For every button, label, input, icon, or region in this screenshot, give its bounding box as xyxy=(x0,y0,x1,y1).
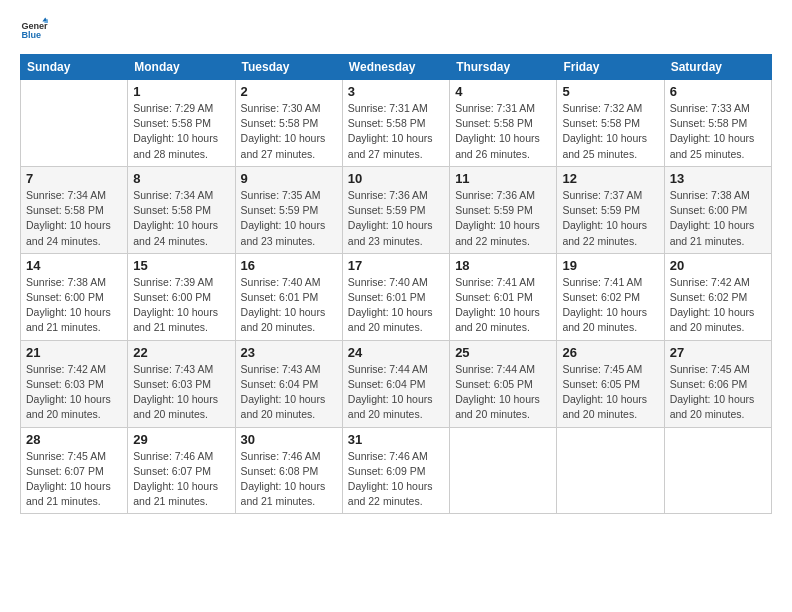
day-info: Sunrise: 7:35 AMSunset: 5:59 PMDaylight:… xyxy=(241,188,337,249)
day-info: Sunrise: 7:44 AMSunset: 6:05 PMDaylight:… xyxy=(455,362,551,423)
day-cell: 11Sunrise: 7:36 AMSunset: 5:59 PMDayligh… xyxy=(450,166,557,253)
day-number: 28 xyxy=(26,432,122,447)
day-cell: 9Sunrise: 7:35 AMSunset: 5:59 PMDaylight… xyxy=(235,166,342,253)
day-cell xyxy=(450,427,557,514)
day-cell xyxy=(557,427,664,514)
day-info: Sunrise: 7:34 AMSunset: 5:58 PMDaylight:… xyxy=(133,188,229,249)
day-info: Sunrise: 7:36 AMSunset: 5:59 PMDaylight:… xyxy=(348,188,444,249)
day-info: Sunrise: 7:46 AMSunset: 6:08 PMDaylight:… xyxy=(241,449,337,510)
day-cell: 19Sunrise: 7:41 AMSunset: 6:02 PMDayligh… xyxy=(557,253,664,340)
day-number: 27 xyxy=(670,345,766,360)
day-info: Sunrise: 7:30 AMSunset: 5:58 PMDaylight:… xyxy=(241,101,337,162)
day-info: Sunrise: 7:43 AMSunset: 6:04 PMDaylight:… xyxy=(241,362,337,423)
day-cell: 24Sunrise: 7:44 AMSunset: 6:04 PMDayligh… xyxy=(342,340,449,427)
day-cell xyxy=(664,427,771,514)
day-cell: 17Sunrise: 7:40 AMSunset: 6:01 PMDayligh… xyxy=(342,253,449,340)
week-row-2: 14Sunrise: 7:38 AMSunset: 6:00 PMDayligh… xyxy=(21,253,772,340)
day-cell: 14Sunrise: 7:38 AMSunset: 6:00 PMDayligh… xyxy=(21,253,128,340)
day-number: 7 xyxy=(26,171,122,186)
day-number: 20 xyxy=(670,258,766,273)
day-cell: 12Sunrise: 7:37 AMSunset: 5:59 PMDayligh… xyxy=(557,166,664,253)
week-row-4: 28Sunrise: 7:45 AMSunset: 6:07 PMDayligh… xyxy=(21,427,772,514)
day-number: 24 xyxy=(348,345,444,360)
day-number: 15 xyxy=(133,258,229,273)
day-info: Sunrise: 7:31 AMSunset: 5:58 PMDaylight:… xyxy=(348,101,444,162)
day-cell: 30Sunrise: 7:46 AMSunset: 6:08 PMDayligh… xyxy=(235,427,342,514)
day-number: 2 xyxy=(241,84,337,99)
day-info: Sunrise: 7:43 AMSunset: 6:03 PMDaylight:… xyxy=(133,362,229,423)
day-info: Sunrise: 7:38 AMSunset: 6:00 PMDaylight:… xyxy=(670,188,766,249)
day-cell: 2Sunrise: 7:30 AMSunset: 5:58 PMDaylight… xyxy=(235,80,342,167)
weekday-header-wednesday: Wednesday xyxy=(342,55,449,80)
day-number: 12 xyxy=(562,171,658,186)
day-cell: 25Sunrise: 7:44 AMSunset: 6:05 PMDayligh… xyxy=(450,340,557,427)
day-info: Sunrise: 7:37 AMSunset: 5:59 PMDaylight:… xyxy=(562,188,658,249)
day-info: Sunrise: 7:38 AMSunset: 6:00 PMDaylight:… xyxy=(26,275,122,336)
day-cell: 27Sunrise: 7:45 AMSunset: 6:06 PMDayligh… xyxy=(664,340,771,427)
day-info: Sunrise: 7:39 AMSunset: 6:00 PMDaylight:… xyxy=(133,275,229,336)
day-info: Sunrise: 7:45 AMSunset: 6:06 PMDaylight:… xyxy=(670,362,766,423)
day-cell: 1Sunrise: 7:29 AMSunset: 5:58 PMDaylight… xyxy=(128,80,235,167)
day-cell: 26Sunrise: 7:45 AMSunset: 6:05 PMDayligh… xyxy=(557,340,664,427)
calendar-table: SundayMondayTuesdayWednesdayThursdayFrid… xyxy=(20,54,772,514)
weekday-header-thursday: Thursday xyxy=(450,55,557,80)
day-cell: 23Sunrise: 7:43 AMSunset: 6:04 PMDayligh… xyxy=(235,340,342,427)
day-number: 6 xyxy=(670,84,766,99)
day-cell: 18Sunrise: 7:41 AMSunset: 6:01 PMDayligh… xyxy=(450,253,557,340)
day-cell: 3Sunrise: 7:31 AMSunset: 5:58 PMDaylight… xyxy=(342,80,449,167)
day-number: 17 xyxy=(348,258,444,273)
day-number: 1 xyxy=(133,84,229,99)
day-info: Sunrise: 7:34 AMSunset: 5:58 PMDaylight:… xyxy=(26,188,122,249)
day-number: 13 xyxy=(670,171,766,186)
day-info: Sunrise: 7:40 AMSunset: 6:01 PMDaylight:… xyxy=(241,275,337,336)
day-info: Sunrise: 7:46 AMSunset: 6:09 PMDaylight:… xyxy=(348,449,444,510)
day-number: 21 xyxy=(26,345,122,360)
day-number: 19 xyxy=(562,258,658,273)
logo-icon: General Blue xyxy=(20,16,48,44)
day-number: 25 xyxy=(455,345,551,360)
day-number: 29 xyxy=(133,432,229,447)
logo: General Blue xyxy=(20,16,48,44)
day-cell: 10Sunrise: 7:36 AMSunset: 5:59 PMDayligh… xyxy=(342,166,449,253)
day-cell: 6Sunrise: 7:33 AMSunset: 5:58 PMDaylight… xyxy=(664,80,771,167)
weekday-header-monday: Monday xyxy=(128,55,235,80)
day-cell: 20Sunrise: 7:42 AMSunset: 6:02 PMDayligh… xyxy=(664,253,771,340)
day-info: Sunrise: 7:45 AMSunset: 6:07 PMDaylight:… xyxy=(26,449,122,510)
day-cell: 22Sunrise: 7:43 AMSunset: 6:03 PMDayligh… xyxy=(128,340,235,427)
day-number: 16 xyxy=(241,258,337,273)
calendar-container: General Blue SundayMondayTuesdayWednesda… xyxy=(0,0,792,612)
day-cell: 21Sunrise: 7:42 AMSunset: 6:03 PMDayligh… xyxy=(21,340,128,427)
day-cell xyxy=(21,80,128,167)
day-number: 11 xyxy=(455,171,551,186)
svg-text:General: General xyxy=(21,21,48,31)
day-info: Sunrise: 7:31 AMSunset: 5:58 PMDaylight:… xyxy=(455,101,551,162)
day-number: 31 xyxy=(348,432,444,447)
day-cell: 7Sunrise: 7:34 AMSunset: 5:58 PMDaylight… xyxy=(21,166,128,253)
week-row-0: 1Sunrise: 7:29 AMSunset: 5:58 PMDaylight… xyxy=(21,80,772,167)
day-cell: 4Sunrise: 7:31 AMSunset: 5:58 PMDaylight… xyxy=(450,80,557,167)
day-info: Sunrise: 7:41 AMSunset: 6:01 PMDaylight:… xyxy=(455,275,551,336)
day-number: 23 xyxy=(241,345,337,360)
day-info: Sunrise: 7:42 AMSunset: 6:03 PMDaylight:… xyxy=(26,362,122,423)
day-info: Sunrise: 7:36 AMSunset: 5:59 PMDaylight:… xyxy=(455,188,551,249)
day-cell: 15Sunrise: 7:39 AMSunset: 6:00 PMDayligh… xyxy=(128,253,235,340)
weekday-header-tuesday: Tuesday xyxy=(235,55,342,80)
svg-text:Blue: Blue xyxy=(21,30,41,40)
day-cell: 5Sunrise: 7:32 AMSunset: 5:58 PMDaylight… xyxy=(557,80,664,167)
day-cell: 8Sunrise: 7:34 AMSunset: 5:58 PMDaylight… xyxy=(128,166,235,253)
day-cell: 31Sunrise: 7:46 AMSunset: 6:09 PMDayligh… xyxy=(342,427,449,514)
day-info: Sunrise: 7:45 AMSunset: 6:05 PMDaylight:… xyxy=(562,362,658,423)
header: General Blue xyxy=(20,16,772,44)
day-info: Sunrise: 7:46 AMSunset: 6:07 PMDaylight:… xyxy=(133,449,229,510)
day-number: 10 xyxy=(348,171,444,186)
day-number: 5 xyxy=(562,84,658,99)
day-number: 18 xyxy=(455,258,551,273)
weekday-header-sunday: Sunday xyxy=(21,55,128,80)
day-info: Sunrise: 7:42 AMSunset: 6:02 PMDaylight:… xyxy=(670,275,766,336)
day-info: Sunrise: 7:41 AMSunset: 6:02 PMDaylight:… xyxy=(562,275,658,336)
day-number: 30 xyxy=(241,432,337,447)
day-number: 22 xyxy=(133,345,229,360)
day-cell: 16Sunrise: 7:40 AMSunset: 6:01 PMDayligh… xyxy=(235,253,342,340)
weekday-header-row: SundayMondayTuesdayWednesdayThursdayFrid… xyxy=(21,55,772,80)
day-info: Sunrise: 7:44 AMSunset: 6:04 PMDaylight:… xyxy=(348,362,444,423)
